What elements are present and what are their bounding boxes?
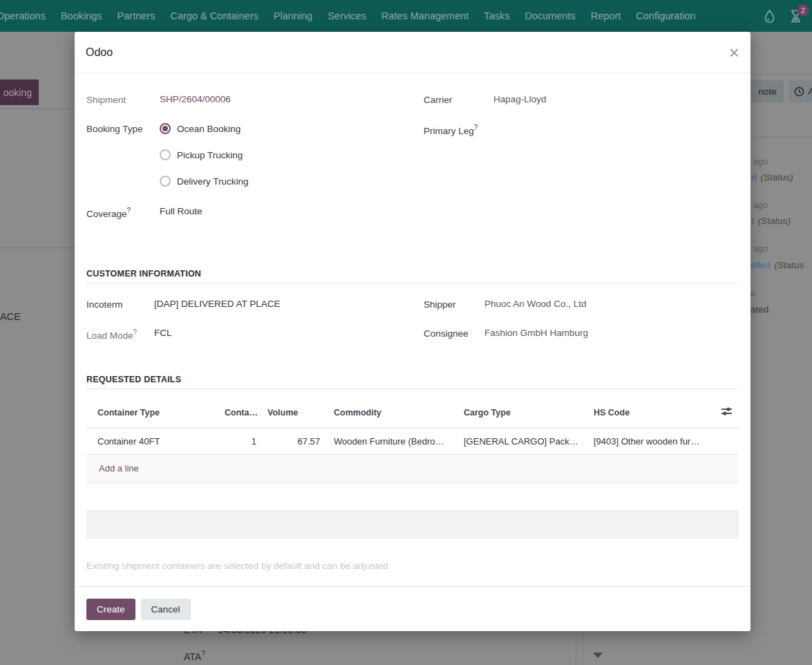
add-a-line-link[interactable]: Add a line (99, 463, 139, 474)
column-container-count[interactable]: Conta… (219, 397, 262, 428)
shipment-link[interactable]: SHP/2604/00006 (160, 94, 231, 104)
column-hs-code[interactable]: HS Code (585, 397, 711, 428)
chatter-timestamp: ago (753, 157, 768, 167)
chatter-timestamp: o (750, 288, 755, 298)
ata-help-mark: ? (201, 650, 205, 657)
chatter-field-name: (Status (775, 260, 804, 270)
cell-commodity[interactable]: Wooden Furniture (Bedro… (325, 428, 455, 454)
nav-item-bookings[interactable]: Bookings (53, 0, 110, 32)
coverage-value[interactable]: Full Route (160, 206, 202, 216)
background-clipped-text: ACE (0, 311, 21, 322)
nav-item-report[interactable]: Report (583, 0, 629, 32)
create-button[interactable]: Create (86, 599, 135, 620)
empty-striped-row (86, 510, 739, 538)
consignee-value: Fashion GmbH Hamburg (484, 328, 588, 338)
activities-button[interactable]: A (789, 80, 812, 102)
cell-hs-code[interactable]: [9403] Other wooden fur… (585, 428, 711, 454)
column-container-type[interactable]: Container Type (86, 397, 219, 428)
droplet-icon[interactable] (762, 9, 776, 23)
background-divider (0, 247, 75, 248)
carrier-label: Carrier (424, 94, 493, 105)
field-booking-type: Booking Type Ocean Booking Pickup Trucki… (86, 123, 424, 187)
ata-label: ATA (184, 651, 201, 662)
cancel-button[interactable]: Cancel (141, 599, 191, 620)
coverage-label: Coverage? (86, 206, 160, 219)
shipment-label: Shipment (86, 94, 160, 105)
cell-volume[interactable]: 67.57 (262, 428, 325, 454)
top-navbar: Operations Bookings Partners Cargo & Con… (0, 0, 812, 32)
background-divider (750, 137, 812, 138)
add-line-row: Add a line (86, 455, 739, 483)
dialog-title: Odoo (86, 46, 113, 59)
requested-details-table: Container Type Conta… Volume Commodity C… (86, 397, 739, 455)
cell-cargo-type[interactable]: [GENERAL CARGO] Pack… (455, 428, 585, 454)
column-cargo-type[interactable]: Cargo Type (455, 397, 585, 428)
radio-ocean-booking[interactable]: Ocean Booking (160, 123, 249, 134)
cell-container-type[interactable]: Container 40FT (86, 428, 219, 454)
section-divider (86, 283, 739, 283)
nav-item-rates-management[interactable]: Rates Management (374, 0, 477, 32)
radio-delivery-trucking[interactable]: Delivery Trucking (160, 176, 249, 187)
sliders-icon[interactable] (721, 406, 732, 416)
requested-details-title: REQUESTED DETAILS (86, 375, 739, 384)
primary-leg-help-mark: ? (474, 124, 478, 131)
chatter-field-name: (Status) (758, 216, 791, 226)
nav-item-configuration[interactable]: Configuration (628, 0, 703, 32)
field-carrier: Carrier Hapag-Lloyd (424, 94, 739, 105)
chatter-timestamp: ago (753, 200, 768, 210)
background-booking-button[interactable]: ooking (0, 79, 39, 105)
section-divider (86, 388, 739, 389)
chatter-field-name: (Status) (761, 172, 793, 182)
create-booking-dialog: Odoo × Shipment SHP/2604/00006 Booking T… (75, 32, 750, 631)
nav-item-operations[interactable]: Operations (0, 0, 53, 32)
nav-item-services[interactable]: Services (320, 0, 374, 32)
chatter-status-link[interactable]: d (751, 172, 757, 182)
empty-row (86, 483, 739, 510)
radio-unselected-icon[interactable] (160, 149, 171, 160)
customer-information-title: CUSTOMER INFORMATION (86, 269, 739, 279)
field-primary-leg: Primary Leg? (424, 123, 739, 136)
column-volume[interactable]: Volume (262, 397, 325, 428)
cell-container-count[interactable]: 1 (219, 428, 262, 454)
chatter-tracking-line: elled(Status (750, 260, 804, 270)
radio-selected-icon[interactable] (160, 123, 171, 134)
chatter-status-link[interactable]: elled (750, 260, 771, 270)
nav-item-tasks[interactable]: Tasks (476, 0, 517, 32)
nav-item-cargo-containers[interactable]: Cargo & Containers (162, 0, 265, 32)
column-commodity[interactable]: Commodity (325, 397, 455, 428)
background-ata-row: ATA? (184, 650, 205, 662)
background-divider (750, 74, 812, 75)
dialog-header: Odoo × (75, 32, 750, 73)
clock-icon (794, 86, 804, 97)
activities-hourglass-icon[interactable]: 2 (789, 9, 802, 23)
load-mode-help-mark: ? (133, 328, 138, 336)
table-row: Container 40FT 1 67.57 Wooden Furniture … (86, 428, 739, 454)
incoterm-value[interactable]: [DAP] DELIVERED AT PLACE (154, 299, 281, 309)
radio-label: Delivery Trucking (177, 176, 249, 187)
load-mode-label: Load Mode? (86, 328, 154, 341)
optional-columns-icon-cell (711, 397, 739, 428)
scrollbar-down-icon[interactable] (593, 653, 603, 658)
shipper-value: Phuoc An Wood Co., Ltd (484, 299, 587, 309)
radio-unselected-icon[interactable] (160, 176, 171, 187)
field-shipment: Shipment SHP/2604/00006 (86, 94, 424, 105)
requested-details-section: REQUESTED DETAILS Container Type Conta… … (86, 375, 739, 571)
field-incoterm: Incoterm [DAP] DELIVERED AT PLACE (86, 299, 424, 310)
nav-item-partners[interactable]: Partners (110, 0, 163, 32)
chatter-timestamp: ago (753, 244, 768, 254)
coverage-help-mark: ? (127, 207, 131, 214)
chatter-status-link[interactable]: t (751, 216, 754, 226)
nav-item-planning[interactable]: Planning (266, 0, 320, 32)
nav-item-documents[interactable]: Documents (517, 0, 583, 32)
field-coverage: Coverage? Full Route (86, 206, 424, 219)
dialog-footer: Create Cancel (75, 586, 750, 631)
radio-pickup-trucking[interactable]: Pickup Trucking (160, 149, 249, 160)
radio-label: Ocean Booking (177, 124, 240, 134)
dialog-body: Shipment SHP/2604/00006 Booking Type Oce… (75, 73, 750, 586)
customer-information-section: CUSTOMER INFORMATION Incoterm [DAP] DELI… (86, 269, 739, 359)
log-note-button[interactable]: note (751, 80, 784, 102)
background-divider (0, 109, 75, 109)
shipper-label: Shipper (424, 299, 484, 310)
consignee-label: Consignee (424, 328, 484, 339)
close-icon[interactable]: × (729, 46, 739, 59)
